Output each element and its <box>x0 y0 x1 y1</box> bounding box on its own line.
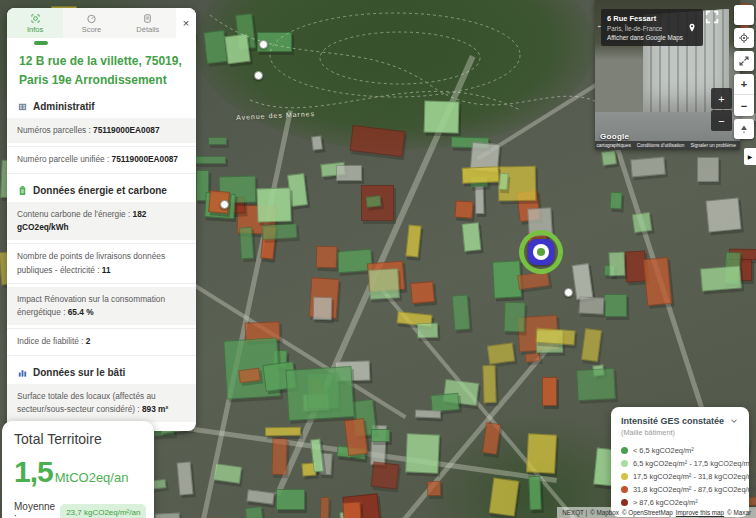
streetview-zoom-in-button[interactable]: + <box>711 88 732 109</box>
info-row-indice-fiabilite: Indice de fiabilité : 2 <box>7 328 196 355</box>
map-poi-icon[interactable] <box>254 71 263 80</box>
zoom-in-button[interactable]: + <box>734 74 754 95</box>
map-poi-icon[interactable] <box>259 40 268 49</box>
selected-address-title: 12 B rue de la villette, 75019, Paris 19… <box>7 44 196 93</box>
map-building <box>371 462 400 490</box>
map-building <box>706 197 742 232</box>
map-building <box>462 166 500 183</box>
map-building <box>526 433 557 473</box>
geolocate-button[interactable] <box>734 28 754 48</box>
map-building <box>632 212 652 233</box>
streetview-address: 6 Rue Fessart <box>607 14 684 23</box>
total-unit: MtCO2eq/an <box>55 470 129 485</box>
map-building <box>342 502 361 518</box>
map-building <box>344 418 368 456</box>
map-building <box>365 195 381 208</box>
map-building <box>286 366 355 421</box>
map-building <box>213 463 242 484</box>
legend-item: < 6,5 kgCO2eq/m² <box>621 444 739 457</box>
map-building <box>610 192 623 210</box>
map-building <box>368 268 400 300</box>
map-controls: + − <box>734 5 754 139</box>
gauge-icon <box>86 13 97 24</box>
map-building <box>405 224 421 257</box>
map-building <box>405 433 440 473</box>
map-poi-icon[interactable] <box>564 288 573 297</box>
chevron-down-icon[interactable] <box>729 416 739 426</box>
expand-arrows-icon <box>738 55 750 67</box>
tab-infos[interactable]: Infos <box>7 8 63 38</box>
map-building <box>604 294 627 317</box>
streetview-zoom-out-button[interactable]: − <box>711 110 732 131</box>
map-building <box>316 246 338 269</box>
section-donnees-bati: Données sur le bâti <box>7 359 196 381</box>
tab-details[interactable]: Détails <box>120 8 176 38</box>
map-building <box>601 150 617 166</box>
footer-link-conditions[interactable]: Conditions d'utilisation <box>637 143 685 148</box>
map-building <box>350 125 406 157</box>
map-building <box>208 137 227 145</box>
tab-score[interactable]: Score <box>63 8 119 38</box>
active-tab-indicator <box>34 41 48 45</box>
tilt-button[interactable] <box>734 119 754 139</box>
map-building <box>536 328 576 346</box>
streetview-panel[interactable]: ← 6 Rue Fessart Paris, Île-de-France Aff… <box>595 0 740 150</box>
streetview-zoom-controls: + − <box>711 88 732 131</box>
map-building <box>427 481 441 496</box>
footer-link-signaler[interactable]: Signaler un problème <box>690 143 736 148</box>
tab-label: Score <box>82 25 102 34</box>
map-building <box>697 157 719 182</box>
map-building <box>336 165 362 181</box>
footer-link-cartographiques[interactable]: cartographiques <box>596 143 630 148</box>
open-in-google-maps-link[interactable]: Afficher dans Google Maps <box>607 34 684 41</box>
map-building <box>700 265 742 291</box>
map-building <box>245 506 265 518</box>
map-building <box>320 497 330 518</box>
map-building <box>581 328 602 362</box>
streetview-collapse-button[interactable]: ▶ <box>744 148 756 165</box>
streetview-fullscreen-button[interactable] <box>704 9 720 25</box>
info-row-parcelle-unifiee: Numéro parcelle unifiée : 75119000EA0087 <box>7 146 196 173</box>
attribution-mapbox[interactable]: © Mapbox <box>590 509 619 516</box>
map-building <box>487 342 515 364</box>
fullscreen-map-button[interactable] <box>734 51 754 71</box>
section-title: Données énergie et carbone <box>33 185 167 196</box>
map-building <box>194 156 226 164</box>
map-building <box>313 297 332 320</box>
map-building <box>417 323 438 339</box>
average-value-pill: 23,7 kgCO2eq/m²/an <box>60 504 146 518</box>
legend-item: 31,8 kgCO2eq/m² - 87,6 kgCO2eq/m² <box>621 483 739 496</box>
legend-color-dot <box>621 460 628 467</box>
close-panel-button[interactable]: × <box>176 8 196 38</box>
info-row-points-livraison: Nombre de points de livraisons données p… <box>7 243 196 284</box>
map-building <box>630 157 665 178</box>
building-admin-icon <box>17 101 28 112</box>
streetview-footer: cartographiques Conditions d'utilisation… <box>595 141 740 150</box>
section-energie-carbone: Données énergie et carbone <box>7 177 196 199</box>
map-building <box>579 296 605 314</box>
map-building <box>572 263 594 300</box>
info-row-impact-renovation: Impact Rénovation sur la consommation én… <box>7 287 196 326</box>
selected-location-marker[interactable] <box>519 230 563 274</box>
map-building <box>525 352 541 363</box>
google-logo: Google <box>600 132 629 141</box>
panel-body: 12 B rue de la villette, 75019, Paris 19… <box>7 38 196 431</box>
marker-pin <box>528 239 554 265</box>
panel-tabbar: Infos Score Détails × <box>7 8 196 38</box>
legend-card: Intensité GES constatée (Maille bâtiment… <box>611 407 749 517</box>
map-building <box>609 252 626 276</box>
zoom-out-button[interactable]: − <box>734 95 754 116</box>
attribution-osm[interactable]: © OpenStreetMap <box>622 509 673 516</box>
map-poi-icon[interactable] <box>220 200 229 209</box>
improve-map-link[interactable]: Improve this map <box>676 509 724 516</box>
map-style-button[interactable] <box>734 5 754 25</box>
info-row-parcelles: Numéros parcelles : 75119000EA0087 <box>7 118 196 143</box>
map-building <box>482 365 496 403</box>
map-building <box>265 427 301 437</box>
map-building <box>203 30 227 64</box>
legend-title: Intensité GES constatée <box>621 416 724 426</box>
section-title: Administratif <box>33 101 95 112</box>
tab-label: Infos <box>27 25 43 34</box>
map-building <box>454 200 473 218</box>
total-value: 1,5 <box>14 455 53 489</box>
